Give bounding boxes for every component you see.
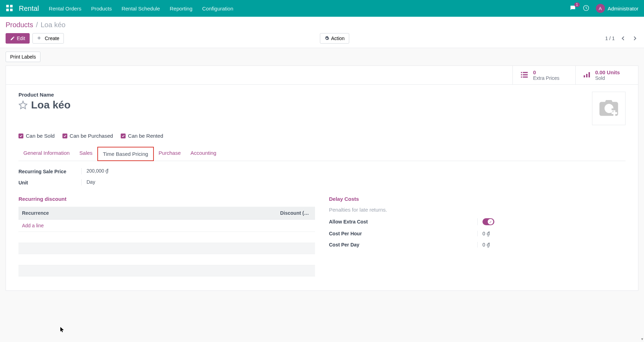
checkbox-icon [62, 134, 67, 138]
plus-icon [37, 36, 43, 41]
svg-rect-1 [10, 5, 13, 7]
unit-value: Day [81, 179, 228, 185]
check-can-be-sold[interactable]: Can be Sold [18, 133, 55, 139]
list-icon [520, 70, 529, 80]
recurring-discount-title: Recurring discount [18, 196, 315, 202]
tabs: General Information Sales Time Based Pri… [18, 146, 626, 161]
svg-rect-11 [584, 75, 585, 77]
activities-icon[interactable] [583, 5, 590, 13]
svg-rect-12 [586, 74, 587, 77]
stat-extra-prices[interactable]: 0 Extra Prices [512, 66, 575, 84]
allow-extra-cost-toggle[interactable] [482, 218, 494, 225]
svg-rect-2 [6, 9, 9, 11]
stat-sold-label: Sold [595, 75, 620, 81]
breadcrumb-products[interactable]: Products [6, 21, 33, 29]
print-labels-button[interactable]: Print Labels [6, 52, 40, 62]
svg-rect-5 [521, 72, 522, 73]
stat-sold-value: 0.00 Units [595, 69, 620, 75]
action-button[interactable]: Action [320, 33, 349, 44]
messages-icon[interactable]: 1 [569, 5, 576, 13]
svg-rect-7 [521, 74, 522, 75]
unit-label: Unit [18, 179, 81, 185]
recurring-sale-price-label: Recurring Sale Price [18, 168, 81, 174]
bars-icon [583, 70, 591, 80]
navbar: Rental Rental Orders Products Rental Sch… [0, 0, 644, 17]
col-discount[interactable]: Discount (… [277, 207, 315, 220]
check-can-be-purchased[interactable]: Can be Purchased [62, 133, 113, 139]
breadcrumb-current: Loa kéo [41, 21, 66, 29]
check-sold-label: Can be Sold [26, 133, 55, 139]
toolbelt: Print Labels [0, 48, 644, 66]
product-name: Loa kéo [31, 99, 70, 111]
checkbox-icon [121, 134, 126, 138]
svg-rect-3 [10, 9, 13, 11]
check-can-be-rented[interactable]: Can be Rented [121, 133, 163, 139]
stat-extra-prices-label: Extra Prices [533, 75, 559, 81]
edit-label: Edit [17, 36, 25, 41]
tab-accounting[interactable]: Accounting [186, 146, 221, 161]
tab-general-information[interactable]: General Information [18, 146, 75, 161]
form-sheet: 0 Extra Prices 0.00 Units Sold Product N… [6, 66, 638, 291]
check-purchased-label: Can be Purchased [70, 133, 113, 139]
cost-per-day-label: Cost Per Day [329, 242, 477, 248]
svg-rect-6 [523, 72, 528, 73]
breadcrumb-sep: / [36, 21, 38, 29]
tab-sales[interactable]: Sales [75, 146, 98, 161]
gear-icon [324, 36, 329, 41]
svg-rect-13 [589, 72, 590, 77]
apps-icon[interactable] [6, 4, 14, 13]
tab-time-based-pricing[interactable]: Time Based Pricing [97, 147, 154, 161]
add-a-line[interactable]: Add a line [22, 223, 44, 228]
create-button[interactable]: Create [32, 33, 64, 44]
svg-rect-8 [523, 74, 528, 75]
app-name[interactable]: Rental [19, 5, 39, 13]
avatar-initial: A [599, 6, 602, 11]
create-label: Create [45, 36, 59, 41]
stat-sold[interactable]: 0.00 Units Sold [575, 66, 638, 84]
pager-text[interactable]: 1 / 1 [605, 36, 615, 41]
favorite-star-icon[interactable] [18, 100, 28, 109]
stat-extra-prices-value: 0 [533, 69, 559, 75]
tab-purchase[interactable]: Purchase [154, 146, 186, 161]
cost-per-day-value: 0 ₫ [477, 242, 626, 248]
delay-costs-hint: Penalties for late returns. [329, 207, 626, 213]
svg-rect-0 [6, 5, 9, 7]
pencil-icon [10, 36, 15, 41]
nav-rental-schedule[interactable]: Rental Schedule [121, 6, 160, 12]
svg-rect-10 [523, 76, 528, 77]
svg-rect-9 [521, 76, 522, 77]
nav-products[interactable]: Products [91, 6, 112, 12]
col-recurrence[interactable]: Recurrence [18, 207, 277, 220]
messages-badge: 1 [574, 2, 580, 7]
cost-per-hour-label: Cost Per Hour [329, 231, 477, 236]
username[interactable]: Administrator [608, 6, 638, 12]
pager-next-icon[interactable] [631, 35, 638, 42]
breadcrumb: Products / Loa kéo [6, 21, 638, 29]
discount-table: Recurrence Discount (… Add a line [18, 207, 315, 276]
action-label: Action [331, 36, 345, 41]
delay-costs-title: Delay Costs [329, 196, 626, 202]
allow-extra-cost-label: Allow Extra Cost [329, 219, 477, 225]
product-image-placeholder[interactable] [592, 92, 626, 125]
stat-row: 0 Extra Prices 0.00 Units Sold [6, 66, 638, 85]
checkbox-icon [18, 134, 23, 138]
product-name-label: Product Name [18, 92, 592, 98]
control-panel: Products / Loa kéo Edit Create Action 1 … [0, 17, 644, 48]
nav-rental-orders[interactable]: Rental Orders [49, 6, 81, 12]
recurring-sale-price-value: 200,000 ₫ [81, 168, 228, 174]
cost-per-hour-value: 0 ₫ [477, 231, 626, 236]
edit-button[interactable]: Edit [6, 33, 30, 44]
avatar[interactable]: A [596, 4, 605, 13]
nav-configuration[interactable]: Configuration [202, 6, 233, 12]
camera-plus-icon [598, 97, 620, 120]
nav-reporting[interactable]: Reporting [170, 6, 192, 12]
check-rented-label: Can be Rented [128, 133, 163, 139]
pager-prev-icon[interactable] [620, 35, 627, 42]
